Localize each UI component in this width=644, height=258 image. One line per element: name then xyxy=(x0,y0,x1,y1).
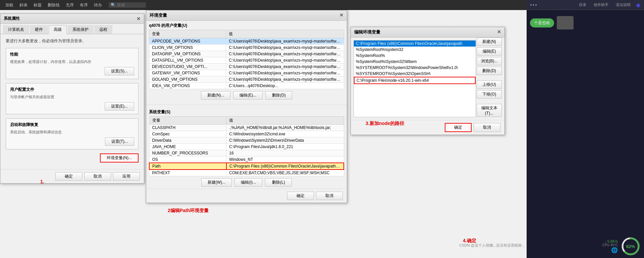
nav-syntax[interactable]: 语法说明 xyxy=(614,2,633,8)
envvars-title: 环境变量 ✕ xyxy=(146,10,347,21)
sys-table-row[interactable]: NUMBER_OF_PROCESSORS16 xyxy=(149,150,344,156)
green-pill[interactable]: 个是也哈 xyxy=(530,18,554,27)
search-input[interactable] xyxy=(117,3,144,7)
sysprop-cancel-btn[interactable]: 取消 xyxy=(84,172,111,181)
user-table-row[interactable]: DATAGRIP_VM_OPTIONSC:\Users\q4076\Deskto… xyxy=(149,51,344,57)
editenv-list[interactable]: C:\Program Files (x86)\Common Files\Orac… xyxy=(354,40,476,117)
sys-table-row[interactable]: CLASSPATH.;%JAVA_HOME%\lib\dt.jar;%JAVA_… xyxy=(149,125,344,131)
sys-edit-btn[interactable]: 编辑(I)... xyxy=(234,178,262,187)
editenv-cancel-btn[interactable]: 取消 xyxy=(474,123,500,132)
toolbar-heading[interactable]: 标题 xyxy=(31,2,44,9)
progress-circle: 62% xyxy=(621,236,641,256)
user-table-row[interactable]: CLION_VM_OPTIONSC:\Users\q4076\Desktop\j… xyxy=(149,45,344,51)
sys-table-row[interactable]: ComSpecC:\Windows\system32\cmd.exe xyxy=(149,131,344,137)
userprofile-desc: 与登录帐户相关的桌面设置 xyxy=(10,94,134,100)
startup-desc: 系统启动、系统故障和调试信息 xyxy=(10,130,134,135)
user-table-row[interactable]: APPCODE_VM_OPTIONSC:\Users\q4076\Desktop… xyxy=(149,38,344,45)
list-item-openssh[interactable]: %SYSTEMROOT%\System32\OpenSSH\ xyxy=(354,71,476,77)
sysprop-tabs: 计算机名 硬件 高级 系统保护 远程 xyxy=(0,24,144,34)
user-table-row[interactable]: GOLAND_VM_OPTIONSC:\Users\q4076\Desktop\… xyxy=(149,76,344,83)
tab-computername[interactable]: 计算机名 xyxy=(3,25,29,34)
editenv-delete-btn[interactable]: 删除(D) xyxy=(477,67,502,75)
annotation-step2: 2编辑Path环境变量 xyxy=(168,208,209,214)
toolbar-strikethrough[interactable]: 删除线 xyxy=(45,2,62,9)
user-col-var: 变量 xyxy=(149,30,226,38)
sys-new-btn[interactable]: 新建(W)... xyxy=(201,178,232,187)
nav-directory[interactable]: 目录 xyxy=(577,2,588,8)
list-item-sysroot[interactable]: %SystemRoot% xyxy=(354,53,476,59)
right-topbar: ••• 目录 创作助手 语法说明 ◆ xyxy=(527,0,644,10)
envvars-cancel-btn[interactable]: 取消 xyxy=(316,192,343,200)
progress-text: 62% xyxy=(626,244,635,249)
perf-settings-btn[interactable]: 设置(S)... xyxy=(105,67,134,75)
sysprop-desc: 要进行大多数更改，你必须作为管理员登录。 xyxy=(6,38,139,44)
startup-label: 启动和故障恢复 xyxy=(10,122,134,128)
editenv-dialog: 编辑环境变量 ✕ C:\Program Files (x86)\Common F… xyxy=(351,27,505,135)
toolbar-unordered[interactable]: 无序 xyxy=(63,2,76,9)
perf-label: 性能 xyxy=(10,52,134,57)
editenv-up-btn[interactable]: 上移(U) xyxy=(477,80,502,89)
list-item-sysroot32[interactable]: %SystemRoot%\system32 xyxy=(354,47,476,53)
toolbar-todo[interactable]: 待办 xyxy=(91,2,105,9)
diamond-icon: ◆ xyxy=(636,1,641,9)
right-panel: ••• 目录 创作助手 语法说明 ◆ 个是也哈 ↓ 5.6K/s CPU 45°… xyxy=(527,0,644,258)
tab-hardware[interactable]: 硬件 xyxy=(30,25,48,34)
sys-table-row[interactable]: PATHEXTCOM;EXE;BAT;CMD;VBS;VBE;JS;JSE;WS… xyxy=(149,170,344,176)
annotation-step3: 3.新加node的路径 xyxy=(366,121,404,127)
download-speed: ↓ 5.6K/s xyxy=(602,239,618,243)
user-new-btn[interactable]: 新建(N)... xyxy=(201,91,231,100)
startup-settings-btn[interactable]: 设置(T)... xyxy=(105,137,134,146)
userprofile-settings-btn[interactable]: 设置(E)... xyxy=(105,102,134,111)
editenv-edit-btn[interactable]: 编辑(E) xyxy=(477,47,502,56)
sys-table-row[interactable]: PathC:\Program Files (x86)\Common Files\… xyxy=(149,163,344,170)
csdn-watermark: CSDN @这个人很懒...还没有设置昵称... xyxy=(459,243,525,248)
editenv-down-btn[interactable]: 下移(O) xyxy=(477,90,502,99)
editenv-ok-btn[interactable]: 确定 xyxy=(445,123,472,132)
topbar-dots: ••• xyxy=(530,2,538,8)
user-table-row[interactable]: GATEWAY_VM_OPTIONSC:\Users\q4076\Desktop… xyxy=(149,70,344,76)
user-vars-btns: 新建(N)... 编辑(E)... 删除(D) xyxy=(146,89,347,102)
tab-sysprotect[interactable]: 系统保护 xyxy=(67,25,94,34)
toolbar-bold[interactable]: 加粗 xyxy=(3,2,16,9)
sys-vars-table: 变量 值 CLASSPATH.;%JAVA_HOME%\lib\dt.jar;%… xyxy=(149,116,344,176)
user-delete-btn[interactable]: 删除(D) xyxy=(265,91,292,100)
sys-table-row[interactable]: JAVA_HOMEC:\Program Files\Java\jdk1.8.0_… xyxy=(149,144,344,150)
user-col-val: 值 xyxy=(226,30,344,38)
sys-delete-btn[interactable]: 删除(L) xyxy=(265,178,292,187)
toolbar-italic[interactable]: 斜体 xyxy=(17,2,30,9)
tab-advanced[interactable]: 高级 xyxy=(49,25,67,34)
sysprop-ok-btn[interactable]: 确定 xyxy=(55,172,82,181)
list-item-powershell[interactable]: %SYSTEMROOT%\System32\WindowsPowerShell\… xyxy=(354,65,476,71)
user-table-row[interactable]: IDEA_VM_OPTIONSC:\Users...q4076\Desktop.… xyxy=(149,83,344,89)
list-item-wbem[interactable]: %SystemRoot%\System32\Wbem xyxy=(354,59,476,65)
editenv-new-btn[interactable]: 新建(N) xyxy=(477,38,502,46)
user-table-row[interactable]: DEVECOSTUDIO_VM_OPTI...C:\Users\q4076\De… xyxy=(149,64,344,70)
sysprop-bottom-btns: 确定 取消 应用 xyxy=(0,169,144,183)
list-item-node[interactable]: C:\Program Files\node-v16.20.1-win-x64 xyxy=(354,77,476,84)
editenv-browse-btn[interactable]: 浏览(B)... xyxy=(477,57,502,65)
sys-table-row[interactable]: OSWindows_NT xyxy=(149,156,344,163)
sysprop-content: 要进行大多数更改，你必须作为管理员登录。 性能 视觉效果，处理器计划，内存使用，… xyxy=(0,34,144,169)
envvars-ok-btn[interactable]: 确定 xyxy=(287,192,314,200)
env-vars-btn[interactable]: 环境变量(N)... xyxy=(100,153,139,163)
sysprop-dialog: 系统属性 ✕ 计算机名 硬件 高级 系统保护 远程 要进行大多数更改，你必须作为… xyxy=(0,13,144,184)
editenv-close-icon[interactable]: ✕ xyxy=(497,29,501,35)
user-table-row[interactable]: DATASPELL_VM_OPTIONSC:\Users\q4076\Deskt… xyxy=(149,57,344,64)
tab-remote[interactable]: 远程 xyxy=(94,25,112,34)
toolbar-ordered[interactable]: 有序 xyxy=(77,2,91,9)
list-item-oracle[interactable]: C:\Program Files (x86)\Common Files\Orac… xyxy=(354,41,476,47)
sysprop-title: 系统属性 ✕ xyxy=(0,14,144,24)
user-edit-btn[interactable]: 编辑(E)... xyxy=(233,91,263,100)
nav-create-helper[interactable]: 创作助手 xyxy=(592,2,610,8)
right-content: 个是也哈 xyxy=(527,10,644,33)
sysprop-close-icon[interactable]: ✕ xyxy=(137,16,141,21)
userprofile-label: 用户配置文件 xyxy=(10,87,134,92)
sysprop-apply-btn[interactable]: 应用 xyxy=(113,172,140,181)
sys-table-row[interactable]: DriverDataC:\Windows\System32\Drivers\Dr… xyxy=(149,137,344,144)
sys-col-val: 值 xyxy=(226,117,344,125)
sys-col-var: 变量 xyxy=(149,117,226,125)
envvars-close-icon[interactable]: ✕ xyxy=(339,12,343,18)
sys-vars-btns: 新建(W)... 编辑(I)... 删除(L) xyxy=(146,176,347,189)
editenv-edittext-btn[interactable]: 编辑文本(T)... xyxy=(477,104,502,117)
envvars-bottom-btns: 确定 取消 xyxy=(146,189,347,203)
